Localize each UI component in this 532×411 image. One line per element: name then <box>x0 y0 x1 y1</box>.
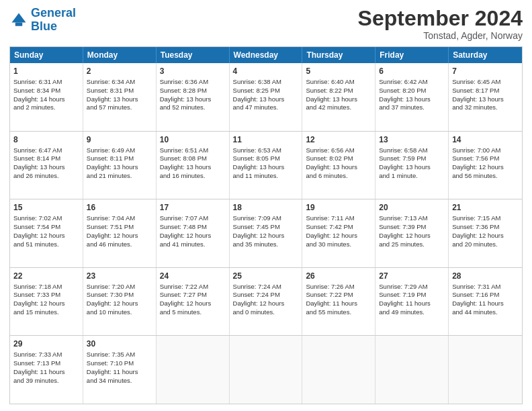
cell-line: Sunset: 8:31 PM <box>87 87 152 95</box>
month-title: September 2024 <box>358 7 523 30</box>
cell-line: Sunrise: 6:51 AM <box>160 146 226 155</box>
day-cell-13: 13Sunrise: 6:58 AMSunset: 7:59 PMDayligh… <box>375 132 449 199</box>
day-cell-25: 25Sunrise: 7:24 AMSunset: 7:24 PMDayligh… <box>230 268 303 336</box>
day-number: 5 <box>306 66 371 77</box>
cell-line: Sunset: 7:30 PM <box>87 291 152 300</box>
day-number: 22 <box>13 271 79 282</box>
header-day-thursday: Thursday <box>302 47 375 63</box>
cell-line: Sunset: 8:17 PM <box>452 87 519 95</box>
title-block: September 2024 Tonstad, Agder, Norway <box>358 7 523 41</box>
cell-line: Sunset: 7:48 PM <box>160 223 226 232</box>
empty-cell <box>449 336 522 404</box>
cell-line: Sunrise: 7:04 AM <box>87 214 152 223</box>
cell-line: and 57 minutes. <box>87 103 152 112</box>
day-cell-19: 19Sunrise: 7:11 AMSunset: 7:42 PMDayligh… <box>302 199 375 267</box>
cell-line: Daylight: 13 hours <box>306 95 371 104</box>
cell-line: and 39 minutes. <box>13 377 79 385</box>
cell-line: and 47 minutes. <box>233 103 299 112</box>
cell-line: Daylight: 13 hours <box>87 95 152 104</box>
day-cell-23: 23Sunrise: 7:20 AMSunset: 7:30 PMDayligh… <box>83 268 157 336</box>
cell-line: Sunrise: 7:18 AM <box>13 283 79 291</box>
cell-line: Daylight: 12 hours <box>87 300 152 308</box>
cell-line: Sunset: 8:28 PM <box>160 87 226 95</box>
day-number: 18 <box>233 202 299 214</box>
cell-line: and 11 minutes. <box>233 172 299 181</box>
cell-line: Daylight: 13 hours <box>306 163 371 172</box>
cell-line: Sunset: 8:22 PM <box>306 87 371 95</box>
cell-line: and 5 minutes. <box>160 308 226 317</box>
calendar-header: SundayMondayTuesdayWednesdayThursdayFrid… <box>10 47 522 63</box>
day-cell-10: 10Sunrise: 6:51 AMSunset: 8:08 PMDayligh… <box>157 132 230 199</box>
cell-line: Daylight: 12 hours <box>87 232 152 240</box>
header-day-tuesday: Tuesday <box>157 47 230 63</box>
cell-line: Sunrise: 6:49 AM <box>87 146 152 155</box>
cell-line: and 6 minutes. <box>306 172 371 181</box>
cell-line: Sunrise: 7:22 AM <box>160 283 226 291</box>
day-cell-9: 9Sunrise: 6:49 AMSunset: 8:11 PMDaylight… <box>83 132 157 199</box>
cell-line: Sunrise: 7:31 AM <box>452 283 519 291</box>
cell-line: Sunset: 7:19 PM <box>379 291 445 300</box>
empty-cell <box>157 336 230 404</box>
cell-line: Daylight: 12 hours <box>452 163 519 172</box>
cell-line: Sunset: 7:42 PM <box>306 223 371 232</box>
day-number: 11 <box>233 134 299 146</box>
day-number: 16 <box>87 202 152 214</box>
cell-line: Daylight: 12 hours <box>233 232 299 240</box>
svg-rect-1 <box>15 22 23 26</box>
day-cell-26: 26Sunrise: 7:26 AMSunset: 7:22 PMDayligh… <box>302 268 375 336</box>
cell-line: Daylight: 13 hours <box>233 163 299 172</box>
logo-line1: General <box>31 6 76 19</box>
cell-line: Sunset: 8:34 PM <box>13 87 79 95</box>
day-number: 17 <box>160 202 226 214</box>
cell-line: and 10 minutes. <box>87 308 152 317</box>
day-number: 14 <box>452 134 519 146</box>
cell-line: Daylight: 13 hours <box>452 95 519 104</box>
day-cell-3: 3Sunrise: 6:36 AMSunset: 8:28 PMDaylight… <box>157 63 230 131</box>
cell-line: Sunset: 7:39 PM <box>379 223 445 232</box>
empty-cell <box>230 336 303 404</box>
cell-line: and 32 minutes. <box>452 103 519 112</box>
cell-line: Sunset: 8:11 PM <box>87 154 152 163</box>
cell-line: and 46 minutes. <box>87 240 152 249</box>
cell-line: and 26 minutes. <box>13 172 79 181</box>
cell-line: Sunset: 8:05 PM <box>233 154 299 163</box>
day-cell-4: 4Sunrise: 6:38 AMSunset: 8:25 PMDaylight… <box>230 63 303 131</box>
cell-line: Sunrise: 6:56 AM <box>306 146 371 155</box>
cell-line: Sunrise: 7:07 AM <box>160 214 226 223</box>
day-cell-21: 21Sunrise: 7:15 AMSunset: 7:36 PMDayligh… <box>449 199 522 267</box>
cell-line: Daylight: 12 hours <box>452 232 519 240</box>
cell-line: Sunrise: 6:36 AM <box>160 78 226 87</box>
cell-line: Daylight: 12 hours <box>379 232 445 240</box>
day-number: 19 <box>306 202 371 214</box>
cell-line: Sunset: 8:14 PM <box>13 154 79 163</box>
day-number: 23 <box>87 271 152 282</box>
cell-line: Daylight: 13 hours <box>379 163 445 172</box>
cell-line: and 56 minutes. <box>452 172 519 181</box>
day-cell-24: 24Sunrise: 7:22 AMSunset: 7:27 PMDayligh… <box>157 268 230 336</box>
cell-line: Sunset: 7:27 PM <box>160 291 226 300</box>
calendar-row-1: 1Sunrise: 6:31 AMSunset: 8:34 PMDaylight… <box>10 63 522 131</box>
logo-line2: Blue <box>31 19 57 33</box>
cell-line: Sunrise: 7:02 AM <box>13 214 79 223</box>
cell-line: Sunrise: 7:26 AM <box>306 283 371 291</box>
cell-line: Sunset: 7:24 PM <box>233 291 299 300</box>
day-cell-8: 8Sunrise: 6:47 AMSunset: 8:14 PMDaylight… <box>10 132 83 199</box>
day-cell-11: 11Sunrise: 6:53 AMSunset: 8:05 PMDayligh… <box>230 132 303 199</box>
cell-line: Daylight: 12 hours <box>306 232 371 240</box>
calendar-row-4: 22Sunrise: 7:18 AMSunset: 7:33 PMDayligh… <box>10 267 522 336</box>
day-number: 6 <box>379 66 445 77</box>
day-number: 10 <box>160 134 226 146</box>
day-number: 3 <box>160 66 226 77</box>
day-cell-16: 16Sunrise: 7:04 AMSunset: 7:51 PMDayligh… <box>83 199 157 267</box>
day-number: 28 <box>452 271 519 282</box>
header-day-sunday: Sunday <box>10 47 83 63</box>
day-cell-1: 1Sunrise: 6:31 AMSunset: 8:34 PMDaylight… <box>10 63 83 131</box>
cell-line: Sunrise: 7:11 AM <box>306 214 371 223</box>
cell-line: and 37 minutes. <box>379 103 445 112</box>
cell-line: Sunrise: 7:29 AM <box>379 283 445 291</box>
day-cell-14: 14Sunrise: 7:00 AMSunset: 7:56 PMDayligh… <box>449 132 522 199</box>
day-number: 21 <box>452 202 519 214</box>
day-cell-12: 12Sunrise: 6:56 AMSunset: 8:02 PMDayligh… <box>302 132 375 199</box>
cell-line: Daylight: 12 hours <box>13 300 79 308</box>
cell-line: Sunset: 8:02 PM <box>306 154 371 163</box>
